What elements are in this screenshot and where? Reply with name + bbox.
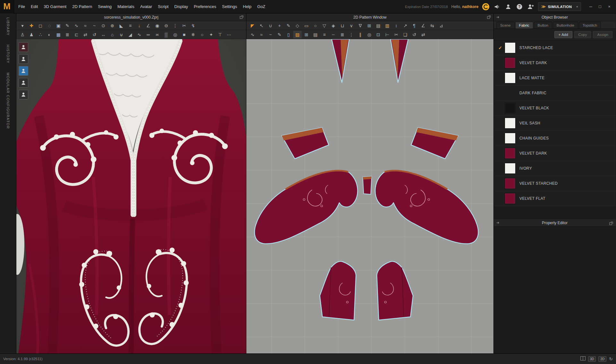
notch-tool[interactable]: ∨	[347, 22, 355, 30]
polygon-tool[interactable]: ◇	[293, 22, 302, 30]
fabric-row[interactable]: ✓ VELVET DARK	[494, 55, 616, 71]
close-button[interactable]: ×	[605, 3, 613, 10]
minimize-button[interactable]: ─	[586, 3, 595, 10]
pleats-2d[interactable]: ∥	[356, 31, 364, 38]
seam-allowance[interactable]: ⊔	[338, 22, 346, 30]
fabric-row[interactable]: ✓ VELVET FLAT	[494, 191, 616, 206]
account-icon[interactable]	[504, 3, 512, 11]
freeze-tool[interactable]: ❄	[189, 31, 197, 38]
menu-item[interactable]: Settings	[219, 0, 240, 13]
add-point[interactable]: +	[275, 22, 284, 30]
add-fabric-button[interactable]: + Add	[554, 31, 572, 38]
trim-tool[interactable]: ✂	[180, 22, 188, 30]
skive-tool[interactable]: ◢	[126, 31, 134, 38]
flip-2d[interactable]: ⇄	[419, 31, 427, 38]
detail-sew[interactable]: ~	[90, 22, 98, 30]
gravity-tool[interactable]: ↓	[135, 22, 143, 30]
topstitch-2d[interactable]: ┄	[329, 31, 338, 38]
select-lasso[interactable]: ◌	[45, 22, 54, 30]
measure-tape[interactable]: ∠	[144, 22, 152, 30]
show-seamline[interactable]: ▥	[383, 22, 391, 30]
toggle-material-view[interactable]	[19, 66, 28, 76]
segment-sew[interactable]: ∿	[72, 22, 81, 30]
fabric-row[interactable]: ✓ STARCHED LACE	[494, 40, 616, 55]
buttonhole-tool[interactable]: ⊖	[162, 22, 170, 30]
grading-tool[interactable]: ∇	[356, 22, 364, 30]
maximize-button[interactable]: □	[596, 3, 604, 10]
free-sew-2d[interactable]: ≈	[257, 31, 266, 38]
fabric-row[interactable]: ✓ DARK FABRIC	[494, 86, 616, 101]
collapse-panel-icon[interactable]: ➔	[496, 221, 499, 225]
texture-editor[interactable]: ▨	[293, 31, 302, 38]
solidify-tool[interactable]: ■	[180, 31, 188, 38]
menu-item[interactable]: File	[15, 0, 28, 13]
unfold-tool[interactable]: ⊿	[437, 22, 445, 30]
circle-tool[interactable]: ○	[311, 22, 320, 30]
help-icon[interactable]: ?	[516, 3, 523, 11]
steam-tool[interactable]: ↯	[189, 22, 197, 30]
view-2d-button[interactable]: 2D	[598, 356, 606, 362]
mesh-tool[interactable]: ▦	[54, 31, 63, 38]
license-badge-icon[interactable]	[482, 3, 490, 11]
trace-tool[interactable]: ◈	[329, 22, 338, 30]
pattern-cut[interactable]: ✂	[392, 31, 400, 38]
collapse-panel-icon[interactable]: ➔	[496, 15, 499, 19]
x-ray-mode[interactable]: ◐	[45, 31, 54, 38]
pattern-symmetry[interactable]: ⇆	[428, 22, 436, 30]
select-mesh[interactable]: ▣	[54, 22, 63, 30]
print-layout[interactable]: ▤	[311, 31, 320, 38]
flip-tool[interactable]: ⇄	[81, 31, 90, 38]
viewport-3d[interactable]	[16, 39, 246, 353]
menu-item[interactable]: Materials	[115, 0, 137, 13]
simulation-mode-dropdown[interactable]: ≫ SIMULATION ▾	[538, 2, 581, 11]
tab-buttonhole[interactable]: Buttonhole	[553, 22, 578, 29]
piping-tool[interactable]: ═	[144, 31, 152, 38]
scale-tool[interactable]: ↔	[99, 31, 107, 38]
edit-curvature[interactable]: ∪	[266, 22, 275, 30]
menu-item[interactable]: GoZ	[254, 0, 268, 13]
tape-tool[interactable]: ⊤	[216, 31, 224, 38]
wind-tool[interactable]: ≡	[126, 22, 134, 30]
toggle-show-garment[interactable]	[19, 42, 28, 52]
show-texture[interactable]: ▤	[374, 22, 382, 30]
bond-tool[interactable]: ⊎	[117, 31, 125, 38]
menu-item[interactable]: Edit	[28, 0, 41, 13]
menu-item[interactable]: Avatar	[137, 0, 155, 13]
pattern-copy[interactable]: ❏	[401, 31, 409, 38]
dock-tab-vertical[interactable]: LIBRARY	[6, 17, 10, 36]
popout-window-icon[interactable]	[609, 221, 613, 227]
split-view-icon[interactable]	[580, 356, 586, 361]
fabric-row[interactable]: ✓ CHAIN GUIDES	[494, 131, 616, 146]
uv-editor[interactable]: ⊞	[302, 31, 311, 38]
tab-button[interactable]: Button	[534, 22, 552, 29]
seam-taping[interactable]: ≡	[320, 31, 329, 38]
tab-scene[interactable]: Scene	[496, 22, 515, 29]
pleat-tool[interactable]: ≣	[63, 31, 72, 38]
elastic-tool[interactable]: ∿	[135, 31, 143, 38]
grain-line[interactable]: ↗	[401, 22, 409, 30]
rectangle-tool[interactable]: ▭	[302, 22, 311, 30]
pressure-tool[interactable]: ◎	[171, 31, 179, 38]
menu-item[interactable]: Script	[155, 0, 171, 13]
smart-guides[interactable]: ◎	[365, 31, 373, 38]
rotate-tool[interactable]: ↺	[90, 31, 98, 38]
fabric-row[interactable]: ✓ VEIL SASH	[494, 116, 616, 131]
menu-item[interactable]: Display	[171, 0, 191, 13]
viewport-2d[interactable]	[246, 39, 493, 353]
fabric-row[interactable]: ✓ VELVET BLACK	[494, 101, 616, 116]
popout-window-icon[interactable]	[240, 15, 244, 20]
toggle-show-avatar-alt[interactable]	[19, 78, 28, 88]
popout-window-icon[interactable]	[487, 15, 491, 20]
fabric-row[interactable]: ✓ VELVET STARCHED	[494, 176, 616, 191]
menu-item[interactable]: Help	[240, 0, 254, 13]
tab-topstitch[interactable]: Topstitch	[579, 22, 601, 29]
zipper-tool[interactable]: ⋮	[171, 22, 179, 30]
tuck-tool[interactable]: ⊏	[72, 31, 81, 38]
dart-tool[interactable]: ▽	[320, 22, 329, 30]
basting-tool[interactable]: ⋯	[225, 31, 233, 38]
snap-grid[interactable]: ⊡	[374, 31, 382, 38]
pen-2d[interactable]: ✎	[284, 22, 293, 30]
annotation-tool[interactable]: ¶	[410, 22, 418, 30]
edit-pattern[interactable]: ↖	[257, 22, 266, 30]
copy-fabric-button[interactable]: Copy	[574, 31, 591, 38]
